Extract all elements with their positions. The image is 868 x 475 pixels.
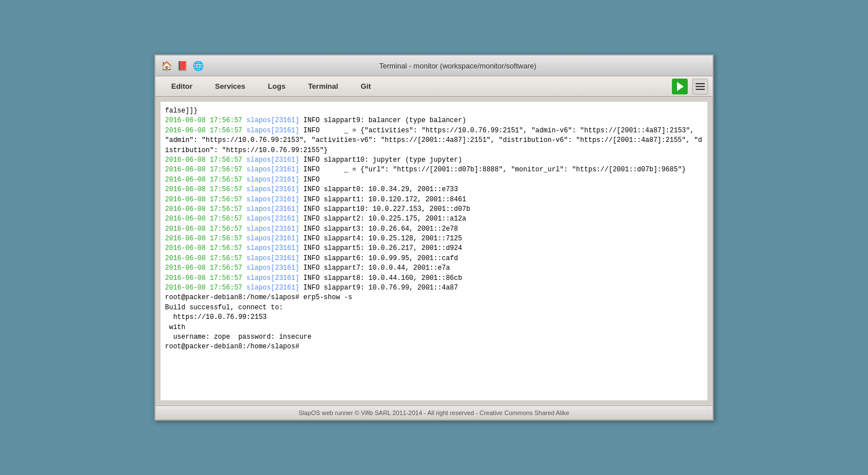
- menu-line-1: [696, 83, 705, 84]
- log-process: slapos[23161]: [246, 215, 303, 223]
- log-timestamp: 2016-06-08 17:56:57: [165, 205, 246, 213]
- log-process: slapos[23161]: [246, 185, 303, 193]
- log-process: slapos[23161]: [246, 244, 303, 252]
- log-process: slapos[23161]: [246, 235, 303, 243]
- log-timestamp: 2016-06-08 17:56:57: [165, 225, 246, 233]
- log-process: slapos[23161]: [246, 225, 303, 233]
- log-timestamp: 2016-06-08 17:56:57: [165, 185, 246, 193]
- tab-logs[interactable]: Logs: [257, 79, 297, 94]
- terminal-line: https://10.0.76.99:2153: [165, 313, 703, 322]
- log-message: slappart10: jupyter (type jupyter): [324, 156, 462, 164]
- app-window: 🏠 📕 🌐 Terminal - monitor (workspace/moni…: [154, 54, 714, 421]
- log-message: slappart9: balancer (type balancer): [324, 116, 466, 124]
- log-level: INFO: [303, 196, 324, 204]
- log-timestamp: 2016-06-08 17:56:57: [165, 254, 246, 262]
- log-message: slappart2: 10.0.225.175, 2001::a12a: [324, 215, 466, 223]
- globe-icon[interactable]: 🌐: [192, 59, 205, 72]
- log-timestamp: 2016-06-08 17:56:57: [165, 284, 246, 292]
- log-timestamp: 2016-06-08 17:56:57: [165, 215, 246, 223]
- bookmark-icon[interactable]: 📕: [176, 59, 189, 72]
- log-process: slapos[23161]: [246, 274, 303, 282]
- terminal-line: 2016-06-08 17:56:57 slapos[23161] INFO s…: [165, 274, 703, 283]
- log-process: slapos[23161]: [246, 284, 303, 292]
- terminal-line: username: zope password: insecure: [165, 332, 703, 342]
- log-message: slappart7: 10.0.0.44, 2001::e7a: [324, 264, 450, 272]
- log-level: INFO: [303, 235, 324, 243]
- terminal-line: with: [165, 323, 703, 332]
- menu-line-2: [696, 86, 705, 87]
- tab-git[interactable]: Git: [349, 79, 382, 94]
- log-timestamp: 2016-06-08 17:56:57: [165, 274, 246, 282]
- log-message: slappart6: 10.0.99.95, 2001::cafd: [324, 254, 458, 262]
- terminal-line: 2016-06-08 17:56:57 slapos[23161] INFO s…: [165, 205, 703, 214]
- terminal-line: 2016-06-08 17:56:57 slapos[23161] INFO s…: [165, 224, 703, 234]
- terminal-line: Build successful, connect to:: [165, 303, 703, 313]
- log-timestamp: 2016-06-08 17:56:57: [165, 235, 246, 243]
- terminal-line: 2016-06-08 17:56:57 slapos[23161] INFO: [165, 175, 703, 185]
- terminal-line: 2016-06-08 17:56:57 slapos[23161] INFO s…: [165, 156, 703, 165]
- footer: SlapOS web runner © Vifib SARL 2011-2014…: [155, 405, 713, 420]
- log-timestamp: 2016-06-08 17:56:57: [165, 156, 246, 164]
- log-process: slapos[23161]: [246, 156, 303, 164]
- menu-line-3: [696, 89, 705, 90]
- log-message: slappart9: 10.0.76.99, 2001::4a87: [324, 284, 458, 292]
- log-level: INFO: [303, 284, 324, 292]
- play-button[interactable]: [672, 79, 688, 94]
- terminal-line: 2016-06-08 17:56:57 slapos[23161] INFO s…: [165, 116, 703, 126]
- log-process: slapos[23161]: [246, 166, 303, 174]
- log-timestamp: 2016-06-08 17:56:57: [165, 166, 246, 174]
- terminal-line: 2016-06-08 17:56:57 slapos[23161] INFO s…: [165, 195, 703, 205]
- log-level: INFO: [303, 264, 324, 272]
- log-level: INFO: [303, 156, 324, 164]
- tab-services[interactable]: Services: [204, 79, 257, 94]
- log-message: slappart8: 10.0.44.160, 2001::86cb: [324, 274, 462, 282]
- log-timestamp: 2016-06-08 17:56:57: [165, 127, 246, 135]
- window-title: Terminal - monitor (workspace/monitor/so…: [207, 62, 708, 70]
- terminal-line: 2016-06-08 17:56:57 slapos[23161] INFO s…: [165, 264, 703, 273]
- log-message: slappart4: 10.0.25.128, 2001::7125: [324, 235, 462, 243]
- terminal-line: 2016-06-08 17:56:57 slapos[23161] INFO s…: [165, 185, 703, 195]
- terminal-line: 2016-06-08 17:56:57 slapos[23161] INFO s…: [165, 234, 703, 244]
- nav-tabs: Editor Services Logs Terminal Git: [160, 79, 672, 94]
- log-process: slapos[23161]: [246, 264, 303, 272]
- log-timestamp: 2016-06-08 17:56:57: [165, 116, 246, 124]
- log-timestamp: 2016-06-08 17:56:57: [165, 196, 246, 204]
- footer-text: SlapOS web runner © Vifib SARL 2011-2014…: [299, 409, 570, 416]
- log-process: slapos[23161]: [246, 196, 303, 204]
- terminal-line: 2016-06-08 17:56:57 slapos[23161] INFO s…: [165, 214, 703, 224]
- log-message: slappart0: 10.0.34.29, 2001::e733: [324, 185, 458, 193]
- log-level: INFO: [303, 244, 324, 252]
- menu-button[interactable]: [692, 79, 708, 94]
- terminal-line: false]]}: [165, 106, 703, 116]
- log-level: INFO: [303, 185, 324, 193]
- tab-terminal[interactable]: Terminal: [297, 79, 349, 94]
- log-level: INFO: [303, 166, 324, 174]
- home-icon[interactable]: 🏠: [160, 59, 173, 72]
- title-bar-icons: 🏠 📕 🌐: [160, 59, 205, 72]
- log-process: slapos[23161]: [246, 176, 303, 184]
- log-level: INFO: [303, 274, 324, 282]
- terminal-line: root@packer-debian8:/home/slapos#: [165, 342, 703, 352]
- log-timestamp: 2016-06-08 17:56:57: [165, 244, 246, 252]
- nav-actions: [672, 79, 708, 94]
- log-level: INFO: [303, 176, 324, 184]
- log-message: slappart5: 10.0.26.217, 2001::d924: [324, 244, 462, 252]
- tab-editor[interactable]: Editor: [160, 79, 204, 94]
- terminal-line: 2016-06-08 17:56:57 slapos[23161] INFO s…: [165, 283, 703, 293]
- terminal-line: root@packer-debian8:/home/slapos# erp5-s…: [165, 293, 703, 303]
- log-level: INFO: [303, 254, 324, 262]
- log-level: INFO: [303, 225, 324, 233]
- log-level: INFO: [303, 127, 324, 135]
- log-level: INFO: [303, 116, 324, 124]
- log-timestamp: 2016-06-08 17:56:57: [165, 264, 246, 272]
- nav-bar: Editor Services Logs Terminal Git: [155, 76, 713, 97]
- log-message: slappart3: 10.0.26.64, 2001::2e78: [324, 225, 458, 233]
- log-process: slapos[23161]: [246, 205, 303, 213]
- log-timestamp: 2016-06-08 17:56:57: [165, 176, 246, 184]
- log-process: slapos[23161]: [246, 127, 303, 135]
- terminal-output[interactable]: false]]}2016-06-08 17:56:57 slapos[23161…: [160, 101, 708, 401]
- log-message: _ = {"url": "https://[2001::d07b]:8888",…: [324, 166, 686, 174]
- terminal-line: 2016-06-08 17:56:57 slapos[23161] INFO _…: [165, 126, 703, 156]
- log-level: INFO: [303, 215, 324, 223]
- log-message: slappart10: 10.0.227.153, 2001::d07b: [324, 205, 470, 213]
